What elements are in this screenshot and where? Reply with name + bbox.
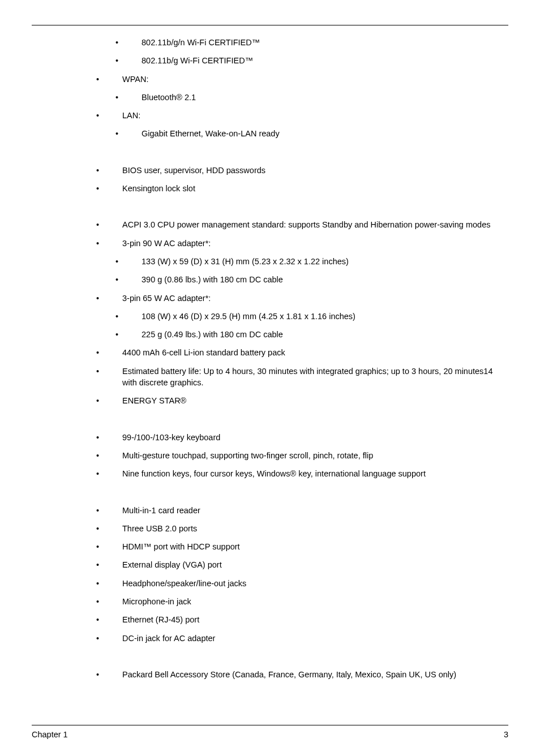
list-item-text: Packard Bell Accessory Store (Canada, Fr… — [122, 669, 508, 680]
bullet-list: •99-/100-/103-key keyboard•Multi-gesture… — [32, 432, 508, 480]
list-item: •WPAN:•Bluetooth® 2.1 — [32, 74, 508, 104]
list-item-text: 802.11b/g/n Wi-Fi CERTIFIED™ — [142, 37, 508, 48]
page: •802.11b/g/n Wi-Fi CERTIFIED™•802.11b/g … — [0, 0, 540, 756]
list-item: •3-pin 90 W AC adapter*:•133 (W) x 59 (D… — [32, 238, 508, 286]
list-item-text: External display (VGA) port — [122, 559, 508, 570]
list-item: •108 (W) x 46 (D) x 29.5 (H) mm (4.25 x … — [32, 311, 508, 322]
list-item-text: 3-pin 90 W AC adapter*: — [122, 238, 508, 249]
bullet-icon: • — [115, 311, 118, 322]
footer-left: Chapter 1 — [32, 730, 68, 739]
list-item: •External display (VGA) port — [32, 559, 508, 570]
list-item-text: WPAN: — [122, 74, 508, 85]
list-item-text: LAN: — [122, 110, 508, 121]
bullet-list: •ACPI 3.0 CPU power management standard:… — [32, 219, 508, 406]
bottom-rule — [32, 725, 508, 725]
bullet-icon: • — [96, 596, 99, 607]
bullet-icon: • — [96, 366, 99, 377]
list-item-text: Nine function keys, four cursor keys, Wi… — [122, 468, 508, 479]
list-item-text: 133 (W) x 59 (D) x 31 (H) mm (5.23 x 2.3… — [142, 256, 508, 267]
list-item: •Microphone-in jack — [32, 596, 508, 607]
list-item: •BIOS user, supervisor, HDD passwords — [32, 165, 508, 176]
list-item-text: Multi-in-1 card reader — [122, 505, 508, 516]
list-item: •Kensington lock slot — [32, 183, 508, 194]
list-item-text: BIOS user, supervisor, HDD passwords — [122, 165, 508, 176]
footer: Chapter 1 3 — [32, 725, 508, 739]
bullet-icon: • — [96, 293, 99, 304]
list-item: •Packard Bell Accessory Store (Canada, F… — [32, 669, 508, 680]
bullet-list: •BIOS user, supervisor, HDD passwords•Ke… — [32, 165, 508, 195]
list-item: •Headphone/speaker/line-out jacks — [32, 578, 508, 589]
list-item: •802.11b/g/n Wi-Fi CERTIFIED™•802.11b/g … — [32, 37, 508, 67]
bullet-icon: • — [96, 219, 99, 230]
bullet-icon: • — [115, 55, 118, 66]
footer-row: Chapter 1 3 — [32, 730, 508, 739]
list-item: •HDMI™ port with HDCP support — [32, 541, 508, 552]
top-rule — [32, 25, 508, 25]
list-item: •Nine function keys, four cursor keys, W… — [32, 468, 508, 479]
list-item-text: Kensington lock slot — [122, 183, 508, 194]
list-item-text: 99-/100-/103-key keyboard — [122, 432, 508, 443]
list-item-text: DC-in jack for AC adapter — [122, 633, 508, 644]
list-item-text: Microphone-in jack — [122, 596, 508, 607]
list-item-text: Estimated battery life: Up to 4 hours, 3… — [122, 366, 508, 389]
list-item: •Ethernet (RJ-45) port — [32, 614, 508, 625]
list-item: •LAN:•Gigabit Ethernet, Wake-on-LAN read… — [32, 110, 508, 140]
list-item-text: 225 g (0.49 lbs.) with 180 cm DC cable — [142, 329, 508, 340]
list-item-text: Gigabit Ethernet, Wake-on-LAN ready — [142, 128, 508, 139]
sub-bullet-list: •108 (W) x 46 (D) x 29.5 (H) mm (4.25 x … — [32, 311, 508, 341]
sub-bullet-list: •Bluetooth® 2.1 — [32, 92, 508, 103]
list-item-text: 108 (W) x 46 (D) x 29.5 (H) mm (4.25 x 1… — [142, 311, 508, 322]
bullet-icon: • — [96, 505, 99, 516]
list-item-text: 390 g (0.86 lbs.) with 180 cm DC cable — [142, 274, 508, 285]
list-item: •Three USB 2.0 ports — [32, 523, 508, 534]
list-item: •ACPI 3.0 CPU power management standard:… — [32, 219, 508, 230]
bullet-icon: • — [115, 329, 118, 340]
footer-right: 3 — [504, 730, 508, 739]
sub-bullet-list: •Gigabit Ethernet, Wake-on-LAN ready — [32, 128, 508, 139]
bullet-list: •Multi-in-1 card reader•Three USB 2.0 po… — [32, 505, 508, 644]
list-item-text: Ethernet (RJ-45) port — [122, 614, 508, 625]
list-item-text: Bluetooth® 2.1 — [142, 92, 508, 103]
list-item: •802.11b/g/n Wi-Fi CERTIFIED™ — [32, 37, 508, 48]
sub-bullet-list: •133 (W) x 59 (D) x 31 (H) mm (5.23 x 2.… — [32, 256, 508, 286]
list-item: •Multi-gesture touchpad, supporting two-… — [32, 450, 508, 461]
bullet-icon: • — [96, 541, 99, 552]
bullet-icon: • — [96, 347, 99, 358]
bullet-icon: • — [96, 432, 99, 443]
list-item-text: 3-pin 65 W AC adapter*: — [122, 293, 508, 304]
bullet-icon: • — [96, 165, 99, 176]
list-item: •3-pin 65 W AC adapter*:•108 (W) x 46 (D… — [32, 293, 508, 341]
list-item-text: 802.11b/g Wi-Fi CERTIFIED™ — [142, 55, 508, 66]
list-item-text: Multi-gesture touchpad, supporting two-f… — [122, 450, 508, 461]
bullet-icon: • — [96, 238, 99, 249]
bullet-icon: • — [96, 110, 99, 121]
list-item: •ENERGY STAR® — [32, 395, 508, 406]
bullet-icon: • — [96, 578, 99, 589]
bullet-icon: • — [115, 37, 118, 48]
list-item: •390 g (0.86 lbs.) with 180 cm DC cable — [32, 274, 508, 285]
bullet-icon: • — [96, 523, 99, 534]
sub-bullet-list: •802.11b/g/n Wi-Fi CERTIFIED™•802.11b/g … — [32, 37, 508, 67]
bullet-icon: • — [96, 183, 99, 194]
bullet-icon: • — [96, 74, 99, 85]
bullet-icon: • — [115, 256, 118, 267]
list-item-text: ENERGY STAR® — [122, 395, 508, 406]
list-item-text: 4400 mAh 6-cell Li-ion standard battery … — [122, 347, 508, 358]
list-item: •Estimated battery life: Up to 4 hours, … — [32, 366, 508, 389]
list-item: •133 (W) x 59 (D) x 31 (H) mm (5.23 x 2.… — [32, 256, 508, 267]
bullet-icon: • — [96, 633, 99, 644]
list-item-text: Headphone/speaker/line-out jacks — [122, 578, 508, 589]
bullet-icon: • — [96, 395, 99, 406]
bullet-icon: • — [96, 450, 99, 461]
bullet-icon: • — [96, 614, 99, 625]
list-item: •Gigabit Ethernet, Wake-on-LAN ready — [32, 128, 508, 139]
list-item-text: HDMI™ port with HDCP support — [122, 541, 508, 552]
bullet-list: •802.11b/g/n Wi-Fi CERTIFIED™•802.11b/g … — [32, 37, 508, 140]
list-item: •Bluetooth® 2.1 — [32, 92, 508, 103]
list-item: •99-/100-/103-key keyboard — [32, 432, 508, 443]
bullet-icon: • — [115, 274, 118, 285]
list-item: •802.11b/g Wi-Fi CERTIFIED™ — [32, 55, 508, 66]
list-item: •Multi-in-1 card reader — [32, 505, 508, 516]
bullet-icon: • — [115, 92, 118, 103]
bullet-icon: • — [115, 128, 118, 139]
